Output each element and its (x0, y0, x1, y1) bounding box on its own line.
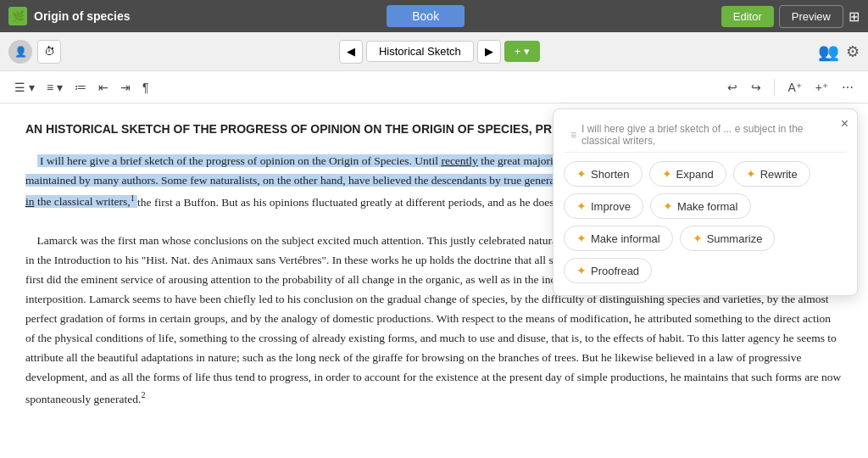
ai-panel: × ≡ I will here give a brief sketch of .… (553, 109, 858, 296)
expand-button[interactable]: ✦ Expand (649, 161, 726, 187)
text-icon: ≡ (570, 129, 576, 141)
make-formal-button[interactable]: ✦ Make formal (650, 193, 751, 219)
avatar: 👤 (8, 40, 32, 64)
informal-icon: ✦ (576, 232, 587, 245)
summarize-icon: ✦ (693, 232, 703, 245)
toolbar-right: ↩ ↪ A⁺ +⁺ ⋯ (723, 78, 858, 97)
summarize-button[interactable]: ✦ Summarize (680, 226, 776, 251)
improve-icon: ✦ (576, 199, 587, 213)
grid-icon[interactable]: ⊞ (849, 8, 860, 25)
expand-icon: ✦ (662, 167, 672, 181)
add-chapter-button[interactable]: + ▾ (504, 41, 540, 62)
informal-label: Make informal (591, 232, 660, 245)
separator (774, 79, 775, 96)
next-chapter-button[interactable]: ▶ (477, 40, 501, 64)
undo-button[interactable]: ↩ (723, 78, 742, 97)
panel-buttons: ✦ Shorten ✦ Expand ✦ Rewrite ✦ Improve ✦… (564, 161, 847, 283)
expand-label: Expand (676, 168, 714, 181)
top-bar-right: Editor Preview ⊞ (721, 5, 860, 28)
main-area: AN HISTORICAL SKETCH OF THE PROGRESS OF … (0, 103, 868, 458)
nav-right: 👥 ⚙ (818, 42, 860, 62)
font-size-button[interactable]: A⁺ (783, 78, 805, 97)
paragraph-button[interactable]: ¶ (138, 78, 153, 97)
chapter-title: Historical Sketch (366, 41, 474, 62)
panel-preview-text: ≡ I will here give a brief sketch of ...… (564, 118, 847, 153)
editor-button[interactable]: Editor (721, 6, 774, 27)
make-informal-button[interactable]: ✦ Make informal (564, 226, 673, 251)
preview-button[interactable]: Preview (779, 5, 843, 28)
rewrite-label: Rewrite (760, 168, 798, 181)
rewrite-icon: ✦ (746, 167, 756, 181)
book-button[interactable]: Book (387, 5, 465, 27)
nav-center: ◀ Historical Sketch ▶ + ▾ (339, 40, 540, 64)
add-element-button[interactable]: +⁺ (811, 78, 832, 97)
redo-button[interactable]: ↪ (747, 78, 765, 97)
bullet-list-button[interactable]: ≡ ▾ (42, 78, 67, 97)
shorten-icon: ✦ (576, 167, 587, 181)
panel-close-button[interactable]: × (841, 116, 849, 131)
proofread-button[interactable]: ✦ Proofread (564, 258, 652, 283)
rewrite-button[interactable]: ✦ Rewrite (733, 161, 810, 187)
top-bar-center: Book (387, 5, 465, 27)
top-bar: 🌿 Origin of species Book Editor Preview … (0, 0, 868, 32)
list-style-button[interactable]: ☰ ▾ (10, 78, 39, 97)
proofread-icon: ✦ (576, 264, 587, 277)
indent-button[interactable]: ⇥ (116, 78, 135, 97)
proofread-label: Proofread (591, 265, 639, 277)
toolbar: ☰ ▾ ≡ ▾ ≔ ⇤ ⇥ ¶ ↩ ↪ A⁺ +⁺ ⋯ (0, 71, 868, 103)
shorten-label: Shorten (591, 168, 630, 181)
nav-left: 👤 ⏱ (8, 40, 61, 64)
top-bar-left: 🌿 Origin of species (8, 7, 131, 25)
users-icon[interactable]: 👥 (818, 42, 839, 62)
settings-icon[interactable]: ⚙ (846, 42, 860, 61)
outdent-button[interactable]: ⇤ (94, 78, 113, 97)
app-icon: 🌿 (8, 7, 27, 25)
more-options-button[interactable]: ⋯ (837, 78, 858, 97)
shorten-button[interactable]: ✦ Shorten (564, 161, 643, 187)
improve-label: Improve (591, 200, 631, 213)
add-chapter-label: + ▾ (515, 45, 530, 58)
history-button[interactable]: ⏱ (37, 40, 61, 64)
nav-bar: 👤 ⏱ ◀ Historical Sketch ▶ + ▾ 👥 ⚙ (0, 32, 868, 71)
improve-button[interactable]: ✦ Improve (564, 193, 643, 219)
formal-label: Make formal (677, 200, 738, 213)
summarize-label: Summarize (707, 232, 763, 245)
formal-icon: ✦ (663, 199, 673, 213)
prev-chapter-button[interactable]: ◀ (339, 40, 363, 64)
app-title: Origin of species (34, 9, 131, 23)
ordered-list-button[interactable]: ≔ (70, 78, 91, 97)
